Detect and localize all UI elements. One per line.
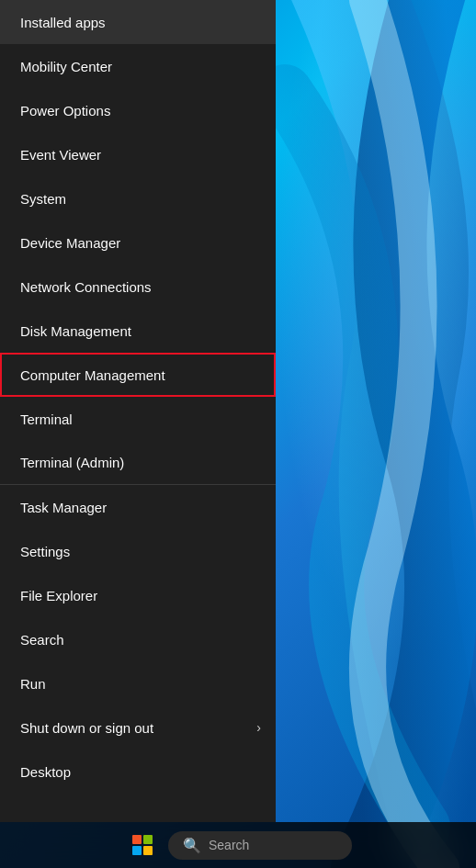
menu-item-label-search: Search [20,632,64,648]
menu-item-label-installed-apps: Installed apps [20,15,106,30]
menu-item-device-manager[interactable]: Device Manager [0,220,276,265]
menu-item-label-file-explorer: File Explorer [20,588,97,603]
menu-item-label-task-manager: Task Manager [20,500,107,515]
menu-item-label-computer-management: Computer Management [20,367,165,383]
menu-item-file-explorer[interactable]: File Explorer [0,573,276,617]
menu-item-label-power-options: Power Options [20,103,110,118]
start-button[interactable] [124,827,161,863]
windows-logo [132,835,153,855]
menu-item-network-connections[interactable]: Network Connections [0,265,276,309]
menu-item-event-viewer[interactable]: Event Viewer [0,132,276,176]
menu-item-search[interactable]: Search [0,617,276,661]
wallpaper-svg [276,0,476,868]
menu-item-label-event-viewer: Event Viewer [20,147,101,163]
menu-item-computer-management[interactable]: Computer Management [0,353,276,397]
menu-item-power-options[interactable]: Power Options [0,88,276,132]
menu-item-disk-management[interactable]: Disk Management [0,309,276,353]
search-icon: 🔍 [183,837,201,854]
menu-item-label-terminal: Terminal [20,411,73,427]
logo-square-2 [143,835,153,844]
menu-item-settings[interactable]: Settings [0,529,276,573]
logo-square-4 [143,846,153,855]
menu-item-run[interactable]: Run [0,661,276,705]
submenu-arrow-shut-down: › [256,720,261,735]
menu-item-label-mobility-center: Mobility Center [20,59,112,74]
menu-item-label-device-manager: Device Manager [20,235,120,251]
menu-item-label-desktop: Desktop [20,764,71,780]
menu-item-installed-apps[interactable]: Installed apps [0,0,276,44]
menu-item-mobility-center[interactable]: Mobility Center [0,44,276,88]
menu-item-desktop[interactable]: Desktop [0,750,276,794]
context-menu: Installed appsMobility CenterPower Optio… [0,0,276,822]
menu-item-label-shut-down: Shut down or sign out [20,720,153,736]
menu-item-label-terminal-admin: Terminal (Admin) [20,455,124,470]
menu-item-terminal-admin[interactable]: Terminal (Admin) [0,441,276,485]
search-text: Search [209,838,249,852]
menu-item-task-manager[interactable]: Task Manager [0,485,276,529]
logo-square-1 [132,835,142,844]
menu-item-label-system: System [20,191,66,207]
logo-square-3 [132,846,142,855]
menu-item-terminal[interactable]: Terminal [0,397,276,441]
menu-item-label-network-connections: Network Connections [20,279,152,295]
menu-item-shut-down[interactable]: Shut down or sign out› [0,705,276,750]
menu-item-system[interactable]: System [0,176,276,220]
menu-item-label-settings: Settings [20,544,70,559]
menu-item-label-run: Run [20,676,46,692]
menu-item-label-disk-management: Disk Management [20,323,131,339]
taskbar: 🔍 Search [0,822,476,868]
taskbar-search[interactable]: 🔍 Search [168,831,352,860]
